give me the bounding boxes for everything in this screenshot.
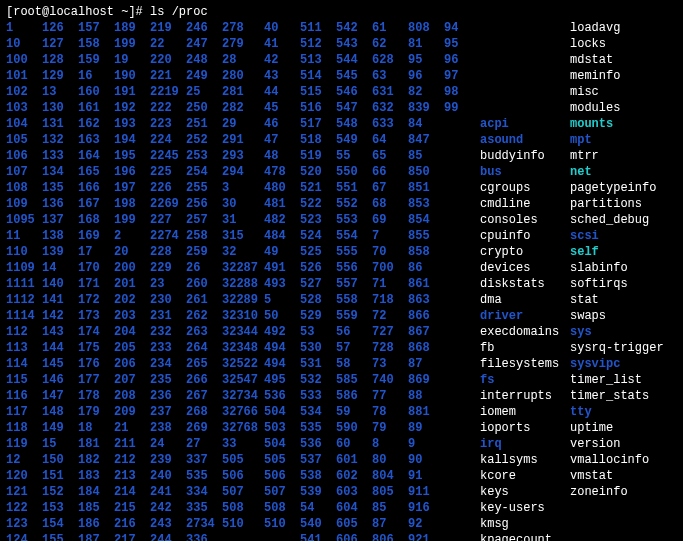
proc-entry: 221 — [150, 68, 186, 84]
proc-entry: 246 — [186, 20, 222, 36]
proc-entry: 68 — [372, 196, 408, 212]
proc-entry: fs — [480, 372, 570, 388]
proc-entry: 66 — [372, 164, 408, 180]
proc-entry: 557 — [336, 276, 372, 292]
proc-entry: 114 — [6, 356, 42, 372]
proc-entry: 14 — [42, 260, 78, 276]
proc-entry: 45 — [264, 100, 300, 116]
proc-entry: key-users — [480, 500, 570, 516]
proc-entry: 258 — [186, 228, 222, 244]
proc-entry: 537 — [300, 452, 336, 468]
proc-entry: 1111 — [6, 276, 42, 292]
proc-entry: 54 — [300, 500, 336, 516]
proc-entry: 480 — [264, 180, 300, 196]
proc-entry: 139 — [42, 244, 78, 260]
proc-entry: scsi — [570, 228, 680, 244]
proc-entry: 510 — [264, 516, 300, 532]
proc-entry: 50 — [264, 308, 300, 324]
proc-entry: 526 — [300, 260, 336, 276]
proc-entry: 197 — [114, 180, 150, 196]
proc-entry: 1114 — [6, 308, 42, 324]
proc-entry: 123 — [6, 516, 42, 532]
proc-entry: 163 — [78, 132, 114, 148]
proc-entry: 172 — [78, 292, 114, 308]
proc-entry: 260 — [186, 276, 222, 292]
proc-entry: 152 — [42, 484, 78, 500]
proc-entry: 740 — [372, 372, 408, 388]
proc-entry: 315 — [222, 228, 264, 244]
proc-entry: 263 — [186, 324, 222, 340]
proc-entry: 153 — [42, 500, 78, 516]
proc-entry: 112 — [6, 324, 42, 340]
proc-entry: 59 — [336, 404, 372, 420]
proc-entry: 590 — [336, 420, 372, 436]
proc-entry: 335 — [186, 500, 222, 516]
proc-entry: 133 — [42, 148, 78, 164]
proc-entry: filesystems — [480, 356, 570, 372]
proc-entry: 205 — [114, 340, 150, 356]
proc-entry: 217 — [114, 532, 150, 541]
proc-entry: 138 — [42, 228, 78, 244]
proc-entry: modules — [570, 100, 680, 116]
proc-entry: 128 — [42, 52, 78, 68]
proc-entry: 207 — [114, 372, 150, 388]
proc-entry: 228 — [150, 244, 186, 260]
proc-entry: 202 — [114, 292, 150, 308]
proc-entry: 523 — [300, 212, 336, 228]
proc-entry: 516 — [300, 100, 336, 116]
proc-entry: 631 — [372, 84, 408, 100]
proc-entry: asound — [480, 132, 570, 148]
proc-entry: 186 — [78, 516, 114, 532]
proc-entry: 95 — [444, 36, 480, 52]
proc-entry: 120 — [6, 468, 42, 484]
proc-entry: 130 — [42, 100, 78, 116]
proc-entry: 863 — [408, 292, 444, 308]
proc-entry: 203 — [114, 308, 150, 324]
proc-entry: 551 — [336, 180, 372, 196]
proc-entry: 251 — [186, 116, 222, 132]
proc-entry: diskstats — [480, 276, 570, 292]
proc-entry: 13 — [42, 84, 78, 100]
proc-entry: cmdline — [480, 196, 570, 212]
proc-entry: 32289 — [222, 292, 264, 308]
proc-entry: 225 — [150, 164, 186, 180]
proc-entry: 491 — [264, 260, 300, 276]
proc-entry: 280 — [222, 68, 264, 84]
proc-entry: 1 — [6, 20, 42, 36]
proc-entry: 173 — [78, 308, 114, 324]
proc-entry: loadavg — [570, 20, 680, 36]
proc-entry: 532 — [300, 372, 336, 388]
proc-entry: 235 — [150, 372, 186, 388]
proc-entry: 262 — [186, 308, 222, 324]
proc-entry: 510 — [222, 516, 264, 532]
proc-entry: 43 — [264, 68, 300, 84]
proc-entry: interrupts — [480, 388, 570, 404]
proc-entry: 242 — [150, 500, 186, 516]
terminal[interactable]: [root@localhost ~]# ls /proc 11261571892… — [6, 4, 677, 541]
proc-entry: mounts — [570, 116, 680, 132]
proc-entry: 604 — [336, 500, 372, 516]
proc-entry: crypto — [480, 244, 570, 260]
proc-entry: 108 — [6, 180, 42, 196]
proc-entry: 154 — [42, 516, 78, 532]
proc-entry: 911 — [408, 484, 444, 500]
proc-entry: 103 — [6, 100, 42, 116]
proc-entry: 700 — [372, 260, 408, 276]
proc-entry: 79 — [372, 420, 408, 436]
proc-entry: mpt — [570, 132, 680, 148]
proc-entry: 337 — [186, 452, 222, 468]
proc-entry: 230 — [150, 292, 186, 308]
proc-entry: 2219 — [150, 84, 186, 100]
proc-entry: 32522 — [222, 356, 264, 372]
proc-entry: 605 — [336, 516, 372, 532]
proc-entry: cpuinfo — [480, 228, 570, 244]
proc-entry: 478 — [264, 164, 300, 180]
proc-entry: 916 — [408, 500, 444, 516]
proc-entry: kpagecount — [480, 532, 570, 541]
proc-entry: 514 — [300, 68, 336, 84]
proc-entry: 119 — [6, 436, 42, 452]
proc-entry: 506 — [222, 468, 264, 484]
proc-entry: 633 — [372, 116, 408, 132]
proc-entry: 18 — [78, 420, 114, 436]
proc-entry: 224 — [150, 132, 186, 148]
